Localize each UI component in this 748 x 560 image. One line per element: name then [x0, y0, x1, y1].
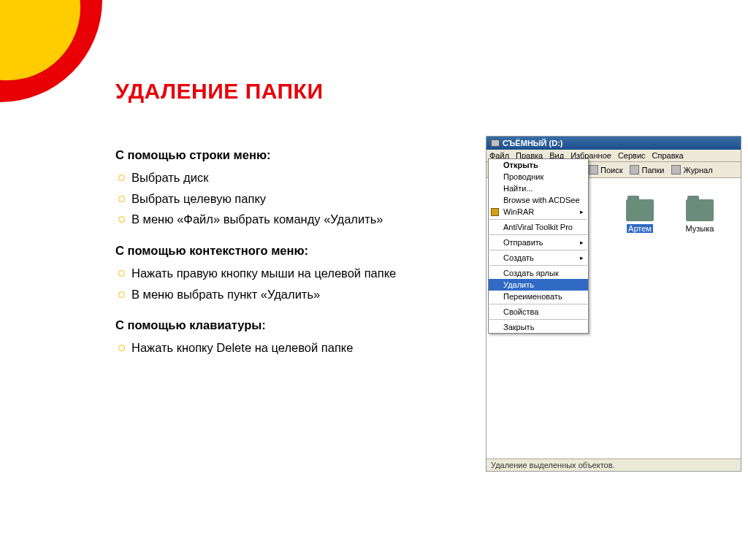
menu-item-open[interactable]: Открыть: [489, 159, 588, 171]
folder-icon: [686, 199, 714, 221]
menu-item-create[interactable]: Создать▸: [489, 252, 588, 264]
menu-item-props[interactable]: Свойства: [489, 306, 588, 318]
bullet-item: Нажать правую кнопку мыши на целевой пап…: [131, 264, 455, 283]
section-head-3: С помощью клавиатуры:: [115, 316, 455, 334]
slide: УДАЛЕНИЕ ПАПКИ С помощью строки меню: Вы…: [0, 0, 748, 560]
menu-item-acdsee[interactable]: Browse with ACDSee: [489, 194, 588, 206]
winrar-icon: [491, 208, 499, 216]
submenu-arrow-icon: ▸: [580, 254, 584, 261]
menu-separator: [489, 250, 587, 250]
journal-icon: [671, 165, 681, 174]
window-titlebar[interactable]: СЪЁМНЫЙ (D:): [486, 137, 741, 150]
bullet-item: В меню выбрать пункт «Удалить»: [131, 285, 455, 304]
menu-separator: [489, 234, 587, 235]
section-head-2: С помощью контекстного меню:: [115, 242, 455, 260]
bullet-item: Выбрать диск: [131, 169, 455, 187]
folder-artem[interactable]: Артем: [618, 199, 662, 233]
menu-item-explorer[interactable]: Проводник: [489, 171, 588, 183]
menu-item-find[interactable]: Найти...: [489, 183, 588, 194]
menu-item-rename[interactable]: Переименовать: [489, 291, 588, 302]
folders-icon: [630, 165, 639, 174]
explorer-window: СЪЁМНЫЙ (D:) Файл Правка Вид Избранное С…: [486, 136, 741, 472]
menu-item-close[interactable]: Закрыть: [489, 321, 588, 333]
bullet-item: Нажать кнопку Delete на целевой папке: [131, 339, 455, 357]
toolbar-folders[interactable]: Папки: [630, 165, 664, 174]
menu-item-send[interactable]: Отправить▸: [489, 237, 588, 248]
menu-item-delete[interactable]: Удалить: [489, 279, 588, 291]
menu-item-shortcut[interactable]: Создать ярлык: [489, 267, 588, 279]
menu-item-avp[interactable]: AntiViral Toolkit Pro: [489, 221, 588, 233]
folder-music[interactable]: Музыка: [678, 199, 722, 233]
folder-icon: [626, 199, 654, 221]
bullet-item: В меню «Файл» выбрать команду «Удалить»: [131, 210, 455, 229]
folder-label: Музыка: [686, 224, 714, 233]
menu-separator: [489, 265, 587, 266]
submenu-arrow-icon: ▸: [580, 208, 584, 215]
menu-help[interactable]: Справка: [652, 151, 684, 160]
section-head-1: С помощью строки меню:: [115, 146, 455, 164]
folder-label: Артем: [627, 224, 653, 233]
bullet-list-1: Выбрать диск Выбрать целевую папку В мен…: [115, 169, 455, 229]
menu-tools[interactable]: Сервис: [618, 151, 646, 160]
bullet-item: Выбрать целевую папку: [131, 190, 455, 208]
toolbar-journal[interactable]: Журнал: [671, 165, 712, 174]
window-title-text: СЪЁМНЫЙ (D:): [503, 139, 563, 147]
bullet-list-3: Нажать кнопку Delete на целевой папке: [115, 339, 455, 357]
submenu-arrow-icon: ▸: [580, 239, 584, 246]
disk-icon: [491, 139, 500, 147]
status-bar: Удаление выделенных объектов.: [486, 459, 741, 471]
search-icon: [589, 165, 598, 174]
menu-separator: [489, 319, 587, 320]
menu-item-winrar[interactable]: WinRAR▸: [489, 206, 588, 218]
slide-content: С помощью строки меню: Выбрать диск Выбр…: [115, 146, 455, 360]
menu-separator: [489, 219, 587, 220]
toolbar-search[interactable]: Поиск: [589, 165, 622, 174]
bullet-list-2: Нажать правую кнопку мыши на целевой пап…: [115, 264, 455, 304]
slide-title: УДАЛЕНИЕ ПАПКИ: [115, 79, 323, 104]
menu-separator: [489, 304, 587, 304]
file-dropdown-menu: Открыть Проводник Найти... Browse with A…: [488, 158, 589, 334]
